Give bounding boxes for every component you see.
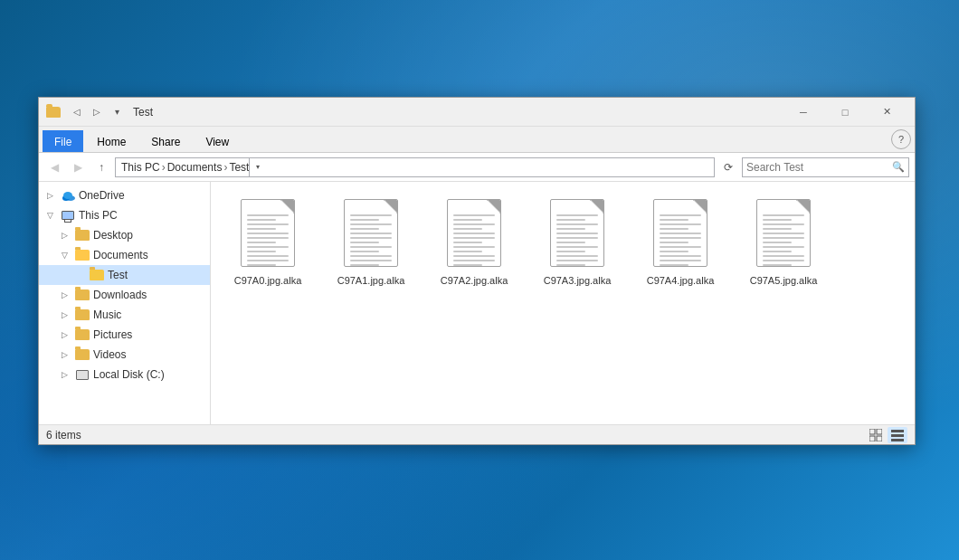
file-name-3: C97A3.jpg.alka bbox=[544, 275, 612, 286]
file-item-4[interactable]: C97A4.jpg.alka bbox=[631, 189, 730, 291]
main-content: ▷ OneDrive ▽ This PC bbox=[39, 182, 915, 424]
folder-test-icon bbox=[90, 268, 104, 282]
expand-test[interactable] bbox=[71, 268, 86, 282]
close-button[interactable]: ✕ bbox=[866, 98, 907, 127]
svg-rect-7 bbox=[891, 430, 904, 432]
window-controls: ─ □ ✕ bbox=[783, 98, 907, 127]
ribbon-tabs: File Home Share View ? bbox=[39, 127, 915, 152]
item-count: 6 items bbox=[46, 429, 866, 441]
window-title: Test bbox=[133, 106, 783, 119]
file-name-5: C97A5.jpg.alka bbox=[750, 275, 818, 286]
expand-downloads[interactable]: ▷ bbox=[57, 288, 71, 302]
sidebar-label-this-pc: This PC bbox=[79, 209, 118, 222]
sidebar-item-downloads[interactable]: ▷ Downloads bbox=[39, 285, 210, 305]
ribbon: File Home Share View ? bbox=[39, 127, 915, 153]
sidebar-label-pictures: Pictures bbox=[93, 328, 132, 341]
view-grid-button[interactable] bbox=[866, 427, 886, 443]
folder-desktop-icon bbox=[75, 228, 90, 242]
address-dropdown[interactable]: ▾ bbox=[249, 157, 265, 177]
quick-access-dropdown[interactable]: ▾ bbox=[108, 103, 126, 121]
file-icon-4 bbox=[649, 195, 712, 271]
address-path[interactable]: This PC › Documents › Test ▾ bbox=[115, 157, 715, 177]
onedrive-icon bbox=[61, 188, 75, 203]
file-item-0[interactable]: C97A0.jpg.alka bbox=[218, 189, 318, 291]
svg-rect-3 bbox=[869, 429, 875, 434]
quick-access-back[interactable]: ◁ bbox=[68, 103, 86, 121]
expand-desktop[interactable]: ▷ bbox=[57, 228, 71, 242]
nav-forward-button[interactable]: ▶ bbox=[68, 157, 88, 177]
expand-this-pc[interactable]: ▽ bbox=[43, 208, 57, 223]
folder-music-icon bbox=[75, 308, 90, 322]
sidebar-item-videos[interactable]: ▷ Videos bbox=[39, 345, 210, 365]
nav-up-button[interactable]: ↑ bbox=[91, 157, 111, 177]
view-buttons bbox=[866, 427, 907, 443]
svg-point-2 bbox=[63, 192, 72, 199]
expand-local-disk[interactable]: ▷ bbox=[57, 367, 71, 382]
file-name-2: C97A2.jpg.alka bbox=[441, 275, 508, 286]
sidebar-item-local-disk[interactable]: ▷ Local Disk (C:) bbox=[39, 365, 210, 384]
file-name-1: C97A1.jpg.alka bbox=[337, 275, 405, 286]
file-item-1[interactable]: C97A1.jpg.alka bbox=[321, 189, 421, 291]
sidebar-label-test: Test bbox=[108, 269, 128, 281]
tab-view[interactable]: View bbox=[194, 130, 241, 152]
search-icon: 🔍 bbox=[892, 161, 905, 173]
expand-music[interactable]: ▷ bbox=[57, 308, 71, 322]
expand-videos[interactable]: ▷ bbox=[57, 347, 71, 362]
svg-rect-9 bbox=[891, 439, 904, 441]
sidebar-label-videos: Videos bbox=[93, 348, 126, 361]
view-list-button[interactable] bbox=[888, 427, 907, 443]
sidebar-item-documents[interactable]: ▽ Documents bbox=[39, 245, 210, 265]
file-name-0: C97A0.jpg.alka bbox=[234, 275, 302, 286]
file-item-3[interactable]: C97A3.jpg.alka bbox=[527, 189, 627, 291]
path-this-pc[interactable]: This PC bbox=[121, 161, 160, 174]
file-item-5[interactable]: C97A5.jpg.alka bbox=[734, 189, 833, 291]
sidebar: ▷ OneDrive ▽ This PC bbox=[39, 182, 211, 424]
pc-icon bbox=[61, 208, 75, 223]
path-test[interactable]: Test bbox=[229, 161, 249, 174]
file-icon-0 bbox=[236, 195, 299, 271]
disk-icon bbox=[75, 367, 90, 382]
sidebar-item-pictures[interactable]: ▷ Pictures bbox=[39, 325, 210, 345]
expand-pictures[interactable]: ▷ bbox=[57, 327, 71, 342]
path-documents[interactable]: Documents bbox=[167, 161, 223, 174]
folder-pictures-icon bbox=[75, 327, 90, 342]
address-bar: ◀ ▶ ↑ This PC › Documents › Test ▾ ⟳ 🔍 bbox=[39, 153, 915, 182]
tab-share[interactable]: Share bbox=[139, 130, 192, 152]
sidebar-item-music[interactable]: ▷ Music bbox=[39, 305, 210, 325]
file-icon-3 bbox=[546, 195, 609, 271]
maximize-button[interactable]: □ bbox=[824, 98, 866, 127]
sidebar-item-onedrive[interactable]: ▷ OneDrive bbox=[39, 185, 210, 205]
sidebar-item-test[interactable]: Test bbox=[39, 265, 210, 285]
file-icon-1 bbox=[339, 195, 403, 271]
folder-downloads-icon bbox=[75, 288, 90, 302]
search-box[interactable]: 🔍 bbox=[742, 157, 909, 177]
sidebar-label-documents: Documents bbox=[93, 249, 148, 261]
svg-rect-6 bbox=[877, 436, 882, 441]
quick-access-forward[interactable]: ▷ bbox=[88, 103, 106, 121]
window-folder-icon bbox=[46, 105, 61, 119]
tab-file[interactable]: File bbox=[43, 130, 83, 152]
help-button[interactable]: ? bbox=[891, 129, 911, 149]
svg-rect-4 bbox=[877, 429, 882, 434]
sidebar-label-music: Music bbox=[93, 308, 121, 321]
tab-home[interactable]: Home bbox=[85, 130, 138, 152]
file-name-4: C97A4.jpg.alka bbox=[647, 275, 715, 286]
sidebar-label-downloads: Downloads bbox=[93, 289, 147, 301]
sidebar-label-onedrive: OneDrive bbox=[79, 189, 125, 202]
sidebar-label-local-disk: Local Disk (C:) bbox=[93, 368, 165, 381]
sidebar-item-this-pc[interactable]: ▽ This PC bbox=[39, 205, 210, 225]
title-bar: ◁ ▷ ▾ Test ─ □ ✕ bbox=[39, 98, 915, 127]
expand-documents[interactable]: ▽ bbox=[57, 248, 71, 262]
folder-documents-icon bbox=[75, 248, 90, 262]
sidebar-item-desktop[interactable]: ▷ Desktop bbox=[39, 225, 210, 245]
explorer-window: ◁ ▷ ▾ Test ─ □ ✕ File Home Share View ? bbox=[38, 97, 916, 445]
file-item-2[interactable]: C97A2.jpg.alka bbox=[424, 189, 524, 291]
expand-onedrive[interactable]: ▷ bbox=[43, 188, 57, 203]
quick-access-toolbar: ◁ ▷ ▾ bbox=[46, 103, 126, 121]
nav-back-button[interactable]: ◀ bbox=[44, 157, 64, 177]
search-input[interactable] bbox=[746, 161, 892, 174]
file-icon-2 bbox=[442, 195, 506, 271]
refresh-button[interactable]: ⟳ bbox=[718, 157, 738, 177]
folder-videos-icon bbox=[75, 347, 90, 362]
minimize-button[interactable]: ─ bbox=[783, 98, 824, 127]
